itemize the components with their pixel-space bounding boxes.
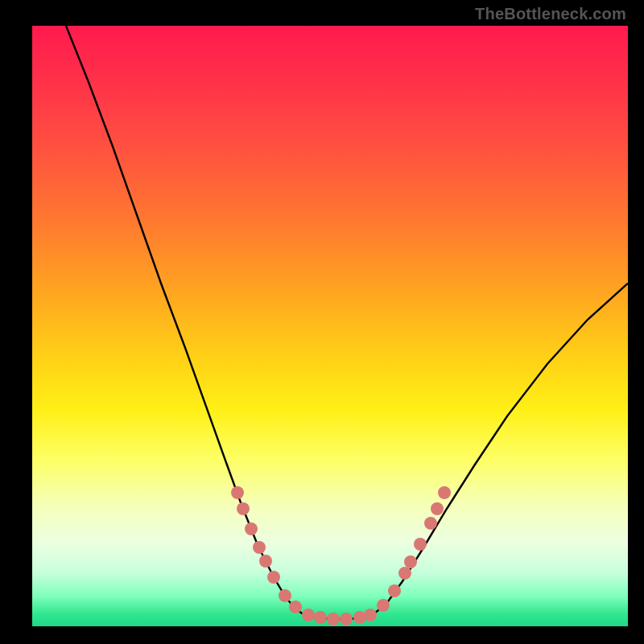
- marker-dot: [404, 555, 417, 568]
- marker-dot: [424, 517, 437, 530]
- marker-dot: [302, 609, 315, 621]
- marker-dot: [253, 541, 266, 554]
- marker-dot: [231, 486, 244, 499]
- marker-dot: [438, 486, 451, 499]
- marker-dot: [267, 571, 280, 584]
- marker-dot: [414, 538, 427, 551]
- marker-dot: [388, 584, 401, 597]
- marker-dot: [314, 611, 327, 624]
- marker-dot: [289, 601, 302, 613]
- marker-dot: [237, 502, 250, 515]
- bottleneck-curve: [32, 26, 628, 626]
- marker-dot: [431, 502, 444, 515]
- marker-dot: [364, 609, 377, 621]
- marker-dot: [259, 555, 272, 568]
- marker-dot: [340, 613, 353, 625]
- chart-frame: [32, 26, 628, 626]
- marker-dot: [245, 522, 258, 535]
- marker-dot: [279, 589, 291, 602]
- marker-dot: [398, 567, 411, 580]
- marker-dot: [377, 599, 390, 612]
- curve-left-path: [66, 26, 310, 617]
- attribution-text: TheBottleneck.com: [475, 5, 626, 23]
- marker-dot: [327, 613, 340, 625]
